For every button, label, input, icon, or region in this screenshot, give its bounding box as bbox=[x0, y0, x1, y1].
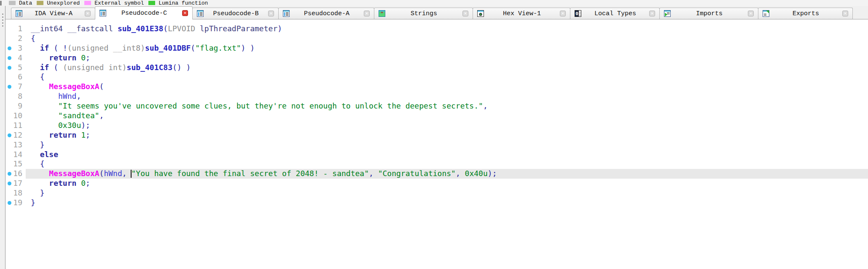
code-line[interactable]: 12 return 1; bbox=[5, 130, 868, 140]
tab-imports[interactable]: Imports✕ bbox=[659, 8, 758, 19]
code-token: ( bbox=[163, 24, 168, 33]
tab-label: Exports bbox=[772, 10, 840, 17]
code-token: } bbox=[40, 188, 45, 197]
code-token: { bbox=[31, 34, 35, 43]
code-line[interactable]: 14 else bbox=[5, 150, 868, 160]
line-gutter: 19 bbox=[5, 198, 26, 208]
code-token: else bbox=[40, 150, 58, 159]
breakpoint-dot[interactable] bbox=[8, 172, 11, 176]
ida-window: DataUnexploredExternal symbolLumina func… bbox=[0, 0, 868, 269]
code-token bbox=[31, 130, 49, 139]
breakpoint-dot[interactable] bbox=[8, 66, 11, 70]
main-area: IDA View-A✕Pseudocode-C✕Pseudocode-B✕Pse… bbox=[0, 6, 868, 269]
hex-view-icon bbox=[477, 10, 484, 17]
code-text[interactable]: } bbox=[26, 140, 868, 150]
code-token bbox=[31, 111, 58, 120]
code-token bbox=[31, 63, 40, 72]
code-text[interactable]: } bbox=[26, 198, 868, 208]
close-icon[interactable]: ✕ bbox=[842, 11, 848, 16]
breakpoint-dot[interactable] bbox=[8, 85, 11, 89]
breakpoint-dot[interactable] bbox=[8, 56, 11, 60]
code-line[interactable]: 17 return 0; bbox=[5, 179, 868, 188]
code-token: { bbox=[40, 72, 45, 81]
code-text[interactable]: { bbox=[26, 34, 868, 43]
breakpoint-dot[interactable] bbox=[8, 182, 11, 185]
code-line[interactable]: 7 MessageBoxA( bbox=[5, 82, 868, 92]
code-token: (unsigned int) bbox=[63, 63, 127, 72]
code-line[interactable]: 3 if ( !(unsigned __int8)sub_401DBF("fla… bbox=[5, 43, 868, 53]
close-icon[interactable]: ✕ bbox=[182, 10, 188, 16]
code-line[interactable]: 1__int64 __fastcall sub_401E38(LPVOID lp… bbox=[5, 24, 868, 34]
tab-ida-view-a[interactable]: IDA View-A✕ bbox=[11, 8, 95, 19]
breakpoint-dot[interactable] bbox=[8, 201, 11, 205]
code-token bbox=[31, 53, 49, 62]
code-text[interactable]: { bbox=[26, 72, 868, 82]
code-text[interactable]: MessageBoxA(hWnd, "You have found the fi… bbox=[26, 169, 868, 179]
tab-pseudocode-b[interactable]: Pseudocode-B✕ bbox=[192, 8, 279, 19]
breakpoint-dot[interactable] bbox=[8, 133, 11, 137]
close-icon[interactable]: ✕ bbox=[85, 11, 91, 16]
code-line[interactable]: 2{ bbox=[5, 34, 868, 43]
pseudocode-editor[interactable]: 1__int64 __fastcall sub_401E38(LPVOID lp… bbox=[5, 19, 868, 269]
code-text[interactable]: return 0; bbox=[26, 179, 868, 188]
code-line[interactable]: 4 return 0; bbox=[5, 53, 868, 63]
code-line[interactable]: 5 if ( (unsigned int)sub_401C83() ) bbox=[5, 63, 868, 73]
code-token: 0x40u bbox=[465, 169, 488, 178]
code-line[interactable]: 11 0x30u); bbox=[5, 121, 868, 130]
code-token bbox=[31, 150, 40, 159]
close-icon[interactable]: ✕ bbox=[268, 11, 274, 16]
code-text[interactable]: return 0; bbox=[26, 53, 868, 63]
code-line[interactable]: 18 } bbox=[5, 188, 868, 198]
code-line[interactable]: 13 } bbox=[5, 140, 868, 150]
code-text[interactable]: MessageBoxA( bbox=[26, 82, 868, 92]
code-line[interactable]: 15 { bbox=[5, 159, 868, 169]
code-token: 0 bbox=[81, 179, 86, 187]
drag-handle-icon[interactable] bbox=[2, 13, 4, 28]
line-gutter: 9 bbox=[5, 101, 26, 111]
tab-local-types[interactable]: 0Local Types✕ bbox=[570, 8, 660, 19]
line-number: 19 bbox=[13, 198, 22, 207]
code-token bbox=[31, 92, 58, 101]
code-text[interactable]: return 1; bbox=[26, 130, 868, 140]
code-token: if bbox=[40, 63, 49, 72]
code-token: return bbox=[49, 130, 76, 139]
line-number: 3 bbox=[18, 43, 22, 52]
close-icon[interactable]: ✕ bbox=[649, 11, 655, 16]
code-text[interactable]: if ( (unsigned int)sub_401C83() ) bbox=[26, 63, 868, 73]
code-line[interactable]: 19} bbox=[5, 198, 868, 208]
line-gutter: 18 bbox=[5, 188, 26, 198]
close-icon[interactable]: ✕ bbox=[462, 11, 468, 16]
close-icon[interactable]: ✕ bbox=[748, 11, 754, 16]
code-line[interactable]: 9 "It seems you've uncovered some clues,… bbox=[5, 101, 868, 111]
code-line[interactable]: 16 MessageBoxA(hWnd, "You have found the… bbox=[5, 169, 868, 179]
code-token: ( bbox=[49, 63, 63, 72]
breakpoint-dot[interactable] bbox=[8, 46, 11, 50]
code-token: __int64 __fastcall bbox=[31, 24, 118, 33]
line-gutter: 1 bbox=[5, 24, 26, 34]
code-text[interactable]: hWnd, bbox=[26, 92, 868, 101]
code-text[interactable]: if ( !(unsigned __int8)sub_401DBF("flag.… bbox=[26, 43, 868, 53]
line-gutter: 14 bbox=[5, 150, 26, 160]
line-gutter: 6 bbox=[5, 72, 26, 82]
close-icon[interactable]: ✕ bbox=[560, 11, 566, 16]
code-text[interactable]: "sandtea", bbox=[26, 111, 868, 121]
code-text[interactable]: } bbox=[26, 188, 868, 198]
code-line[interactable]: 10 "sandtea", bbox=[5, 111, 868, 121]
tab-hex-view-1[interactable]: Hex View-1✕ bbox=[473, 8, 570, 19]
code-text[interactable]: __int64 __fastcall sub_401E38(LPVOID lpT… bbox=[26, 24, 868, 34]
code-line[interactable]: 6 { bbox=[5, 72, 868, 82]
code-line[interactable]: 8 hWnd, bbox=[5, 92, 868, 101]
code-token: sub_401C83 bbox=[127, 63, 172, 72]
tab-exports[interactable]: Exports✕ bbox=[758, 8, 853, 19]
tab-strings[interactable]: ”Strings✕ bbox=[374, 8, 473, 19]
tab-pseudocode-c[interactable]: Pseudocode-C✕ bbox=[95, 6, 193, 19]
code-text[interactable]: else bbox=[26, 150, 868, 160]
code-text[interactable]: { bbox=[26, 159, 868, 169]
code-token bbox=[31, 121, 58, 130]
tab-pseudocode-a[interactable]: Pseudocode-A✕ bbox=[278, 8, 374, 19]
code-text[interactable]: "It seems you've uncovered some clues, b… bbox=[26, 101, 868, 111]
close-icon[interactable]: ✕ bbox=[364, 11, 370, 16]
code-token: , bbox=[76, 92, 81, 101]
code-text[interactable]: 0x30u); bbox=[26, 121, 868, 130]
tab-label: Imports bbox=[673, 10, 745, 17]
